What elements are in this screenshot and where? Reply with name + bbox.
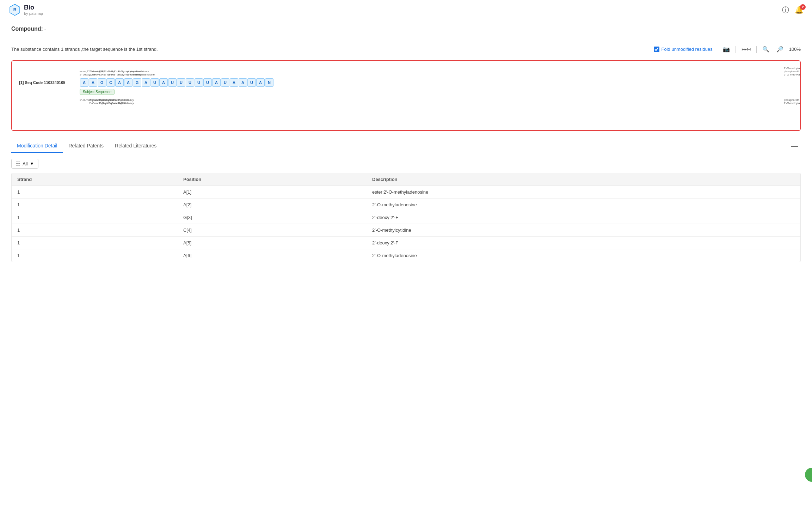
zoom-level: 100% [789, 47, 801, 52]
table-row: 1G[3]2′-deoxy;2′-F [12, 211, 800, 224]
bot-ann-4: 2'-O-methyluridine 2'-O-methyluridine [108, 98, 117, 105]
top-ann-2: 2'-deoxy;2'-F 2'-deoxy;2'-F [89, 70, 98, 76]
modification-table: Strand Position Description 1A[1]ester;2… [11, 173, 801, 262]
logo-icon: B [8, 4, 21, 16]
cell-strand: 1 [12, 249, 178, 262]
bot-ann-1: 2'-O-methyladenosine [80, 98, 89, 102]
info-bar: The substance contains 1 strands ,the ta… [11, 45, 801, 53]
camera-button[interactable]: 📷 [721, 45, 731, 53]
fold-checkbox-input[interactable] [654, 47, 659, 52]
nuc-U9: U [150, 78, 159, 87]
nuc-A18: A [230, 78, 238, 87]
tab-modification-detail[interactable]: Modification Detail [11, 139, 63, 153]
main-content: The substance contains 1 strands ,the ta… [0, 38, 812, 269]
notification-badge: 2 [800, 4, 806, 10]
svg-text:B: B [13, 7, 17, 12]
col-position: Position [178, 173, 367, 186]
nuc-A10: A [159, 78, 168, 87]
table-row: 1A[1]ester;2′-O-methyladenosine [12, 186, 800, 199]
logo-text: Bio by patsnap [24, 4, 43, 16]
nuc-A5: A [115, 78, 124, 87]
bot-ann-3: 2'-deoxy;2'-F 2'-O-methyladenosine [99, 98, 108, 105]
cell-position: A[1] [178, 186, 367, 199]
header: B Bio by patsnap ⓘ 🔔 2 [0, 0, 812, 20]
logo-bio-label: Bio [24, 4, 43, 11]
cell-position: A[6] [178, 249, 367, 262]
nuc-C4: C [106, 78, 115, 87]
tab-related-patents[interactable]: Related Patents [63, 139, 109, 153]
cell-position: C[4] [178, 224, 367, 237]
main-sequence-row: [1] Seq Code 1103240105 A A G C A A G A … [19, 78, 793, 87]
nuc-A8: A [142, 78, 150, 87]
filter-button[interactable]: ☷ All ▼ [11, 159, 38, 169]
cell-description: 2′-O-methyladenosine [367, 199, 800, 211]
subject-badge: Subject Sequence [80, 89, 115, 95]
cell-description: 2′-deoxy;2′-F [367, 237, 800, 249]
table-row: 1A[2]2′-O-methyladenosine [12, 199, 800, 211]
logo-by-label: by patsnap [24, 11, 43, 16]
col-description: Description [367, 173, 800, 186]
header-icons: ⓘ 🔔 2 [782, 5, 804, 15]
nuc-A16: A [212, 78, 221, 87]
controls: Fold unmodified residues 📷 ↦↤ 🔍 🔎 100% [654, 45, 801, 53]
help-icon: ⓘ [782, 6, 789, 14]
fit-width-button[interactable]: ↦↤ [740, 45, 752, 53]
table-row: 1A[6]2′-O-methyladenosine [12, 249, 800, 262]
table-row: 1A[5]2′-deoxy;2′-F [12, 237, 800, 249]
top-ann-3: 2'-F;2'-deoxy 2'-F;2'-deoxy [99, 70, 108, 76]
filter-row: ☷ All ▼ [11, 159, 801, 169]
nuc-G3: G [98, 78, 106, 87]
fold-checkbox-label[interactable]: Fold unmodified residues [654, 47, 713, 52]
filter-label: All [23, 161, 27, 166]
nuc-A1: A [80, 78, 88, 87]
cell-position: A[5] [178, 237, 367, 249]
nuc-A2: A [89, 78, 97, 87]
filter-icon: ☷ [16, 161, 20, 166]
cell-description: 2′-O-methylcytidine [367, 224, 800, 237]
nuc-U15: U [203, 78, 212, 87]
zoom-out-button[interactable]: 🔎 [775, 45, 785, 53]
nuc-A19: A [239, 78, 247, 87]
compound-label: Compound: [11, 26, 43, 32]
bot-ann-last: phosphorothioate 2'-O-methyladenosine [784, 98, 793, 105]
top-annotation-row: ester;2'-O-methylad... 2'-deoxy;2'-F 2'-… [80, 67, 793, 76]
bot-ann-5: 2'-F;2'-deoxy 2'-F;2'-deoxy [118, 98, 127, 105]
nuc-U13: U [186, 78, 194, 87]
cell-strand: 1 [12, 211, 178, 224]
fold-label: Fold unmodified residues [662, 47, 713, 52]
nuc-G7: G [133, 78, 141, 87]
chevron-down-icon: ▼ [30, 161, 34, 166]
top-ann-1: ester;2'-O-methylad... 2'-deoxy;2'-F [80, 70, 89, 76]
compound-value: - [44, 26, 46, 32]
table-row: 1C[4]2′-O-methylcytidine [12, 224, 800, 237]
logo: B Bio by patsnap [8, 4, 43, 16]
cell-strand: 1 [12, 199, 178, 211]
tab-related-literatures[interactable]: Related Literatures [109, 139, 162, 153]
seq-code-label: [1] Seq Code 1103240105 [19, 80, 80, 85]
sequence-container: ester;2'-O-methylad... 2'-deoxy;2'-F 2'-… [11, 60, 801, 131]
divider-2 [736, 46, 736, 53]
nuc-N22: N [265, 78, 273, 87]
notification-button[interactable]: 🔔 2 [795, 6, 804, 14]
table-header-row: Strand Position Description [12, 173, 800, 186]
help-button[interactable]: ⓘ [782, 5, 789, 15]
nuc-A21: A [256, 78, 265, 87]
nuc-U12: U [177, 78, 185, 87]
nuc-U11: U [168, 78, 177, 87]
subject-badge-row: Subject Sequence [80, 89, 793, 95]
cell-description: ester;2′-O-methyladenosine [367, 186, 800, 199]
cell-description: 2′-O-methyladenosine [367, 249, 800, 262]
tabs-bar: Modification Detail Related Patents Rela… [11, 139, 801, 153]
collapse-button[interactable]: — [788, 142, 801, 150]
col-strand: Strand [12, 173, 178, 186]
zoom-in-button[interactable]: 🔍 [761, 45, 771, 53]
cell-position: G[3] [178, 211, 367, 224]
top-ann-6: phosphorothioate 2'-O-methyladenosine [127, 70, 136, 76]
top-ann-last: 2'-O-methyluridine phosphorothioate 2'-O… [784, 67, 793, 76]
nuc-A6: A [124, 78, 133, 87]
divider-3 [756, 46, 757, 53]
bottom-annotation-row: 2'-O-methyladenosine 2'-O-methyladenosin… [80, 98, 793, 105]
cell-strand: 1 [12, 224, 178, 237]
strand-info-text: The substance contains 1 strands ,the ta… [11, 47, 158, 52]
cell-strand: 1 [12, 237, 178, 249]
